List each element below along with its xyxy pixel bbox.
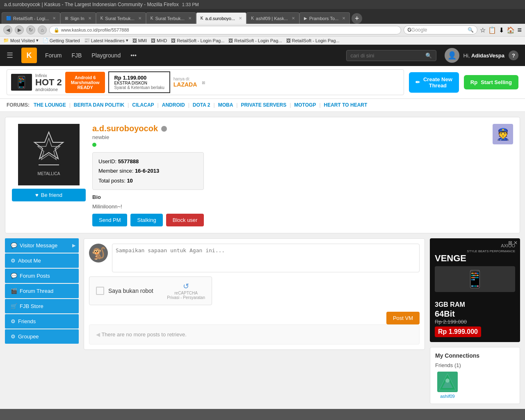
send-pm-button[interactable]: Send PM	[92, 214, 127, 226]
nav-private-servers[interactable]: PRIVATE SERVERS	[241, 102, 286, 108]
mod-emoji: 👮	[496, 128, 510, 141]
tab-3[interactable]: K Surat Terbuk... ✕	[96, 12, 146, 24]
sidebar-tab-visitor-message[interactable]: 💬 Visitor Message ▶	[5, 238, 79, 253]
tab-2[interactable]: ⊞ Sign In ✕	[60, 12, 96, 24]
kaskus-logo[interactable]: K	[21, 48, 37, 63]
nav-dota2[interactable]: DOTA 2	[193, 102, 210, 108]
nav-cilacap[interactable]: CILACAP	[132, 102, 154, 108]
tab-7[interactable]: ▶ Prambors To... ✕	[299, 12, 350, 24]
nav-berita[interactable]: BERITA DAN POLITIK	[74, 102, 124, 108]
tab-1-close[interactable]: ✕	[52, 16, 56, 21]
post-vm-button[interactable]: Post VM	[386, 312, 420, 324]
menu-icon[interactable]: ≡	[517, 26, 522, 34]
android-label: Android 6MarshmallowREADY	[65, 72, 105, 93]
nav-motogp[interactable]: MOTOGP	[294, 102, 316, 108]
address-icon: 🔒	[54, 27, 59, 33]
no-posts-text: There are no more posts to retrieve.	[101, 331, 186, 338]
nav-forum[interactable]: Forum	[45, 52, 62, 59]
bookmark-mhd[interactable]: 🖼 MHD	[151, 38, 167, 43]
tab-2-close[interactable]: ✕	[88, 16, 91, 21]
refresh-button[interactable]: ↻	[26, 25, 35, 34]
browser-search-bar[interactable]: G Google 🔍	[404, 25, 477, 34]
header-search-input[interactable]	[351, 52, 422, 59]
address-bar[interactable]: 🔒 www.kaskus.co.id/profile/5577888	[49, 26, 401, 34]
download-icon[interactable]: ⬇	[499, 26, 504, 34]
home-icon[interactable]: 🏠	[507, 26, 515, 34]
fjb-store-label: FJB Store	[20, 303, 43, 309]
sidebar-tab-about-me[interactable]: ⚙ About Me	[5, 253, 79, 268]
main-nav: Forum FJB Playground •••	[45, 52, 137, 59]
tab-3-close[interactable]: ✕	[138, 16, 142, 21]
nav-moba[interactable]: MOBA	[218, 102, 233, 108]
sidebar-tab-forum-thread[interactable]: 🎬 Forum Thread	[5, 284, 79, 298]
axioo-ad-close[interactable]: ⊠ ✕	[508, 240, 518, 246]
ad-close-banner[interactable]: ⊠	[202, 79, 205, 85]
infinix-sub: androidone	[35, 87, 62, 92]
vm-textarea[interactable]	[112, 244, 420, 272]
nav-android[interactable]: ANDROID	[162, 102, 185, 108]
sidebar-tab-groupee[interactable]: ⚙ Groupee	[5, 329, 79, 344]
bookmark-retailsoft-2[interactable]: 🖼 RetailSoft - Login Pag...	[228, 38, 282, 43]
tab-7-close[interactable]: ✕	[342, 16, 345, 21]
bookmark-latest-headlines[interactable]: 📰 Latest Headlines ▾	[84, 38, 128, 43]
phone-visual: 📱	[435, 266, 515, 292]
bookmark-mmi[interactable]: 🖼 MMI	[132, 38, 147, 43]
tab-1[interactable]: 🟦 RetailSoft - Logi... ✕	[2, 12, 60, 24]
forward-button[interactable]: ▶	[15, 25, 24, 34]
hamburger-menu[interactable]: ☰	[7, 51, 13, 60]
nav-fjb[interactable]: FJB	[71, 52, 82, 59]
friends-count: Friends (1)	[435, 362, 515, 368]
rank-text: newbie	[92, 134, 109, 140]
friend-name[interactable]: ashif09	[440, 394, 454, 399]
sidebar-tab-forum-posts[interactable]: 💬 Forum Posts	[5, 269, 79, 283]
tab-6[interactable]: K ashif09 | Kask... ✕	[247, 12, 299, 24]
user-avatar[interactable]: 👤	[445, 48, 459, 63]
right-ad-section: ⊠ ✕ AXIOO STYLE BEATS PERFORMANCE VENGE …	[430, 238, 520, 404]
new-tab-button[interactable]: +	[352, 13, 362, 24]
search-text: Google	[411, 27, 427, 33]
header-search-box[interactable]: 🔍	[346, 50, 436, 61]
nav-lounge[interactable]: THE LOUNGE	[34, 102, 66, 108]
axioo-ad[interactable]: ⊠ ✕ AXIOO STYLE BEATS PERFORMANCE VENGE …	[430, 238, 520, 342]
bookmark-retailsoft-1[interactable]: 🖼 RetailSoft - Login Pag...	[171, 38, 224, 43]
nav-playground[interactable]: Playground	[91, 52, 121, 59]
bookmark-star-icon[interactable]: ☆	[480, 26, 486, 34]
friend-avatar[interactable]	[437, 372, 458, 392]
home-button[interactable]: ⌂	[38, 25, 47, 34]
tab-5-active[interactable]: K a.d.suroboyo... ✕	[196, 12, 247, 24]
infinix-ad[interactable]: 📱 Infinix HOT 2 androidone Android 6Mars…	[7, 69, 404, 95]
nav-more[interactable]: •••	[130, 52, 137, 59]
tab-6-close[interactable]: ✕	[292, 16, 295, 21]
tab-4[interactable]: K Surat Terbuk... ✕	[146, 12, 196, 24]
tab-4-close[interactable]: ✕	[188, 16, 192, 21]
bookmark-retailsoft-3[interactable]: 🖼 RetailSoft - Login Pag...	[286, 38, 340, 43]
captcha-box[interactable]: Saya bukan robot ↺ reCAPTCHA Privasi - P…	[89, 276, 212, 305]
sidebar-tab-friends[interactable]: ⚙ Friends	[5, 314, 79, 329]
profile-username: a.d.suroboyocok	[92, 124, 204, 133]
nav-heart[interactable]: HEART TO HEART	[324, 102, 368, 108]
recaptcha-brand: reCAPTCHA	[167, 291, 205, 295]
friend-icon	[437, 372, 458, 392]
captcha-checkbox[interactable]	[96, 287, 104, 295]
terms: Syarat & Ketentuan berlaku	[114, 85, 164, 90]
sidebar-tab-fjb-store[interactable]: 🛒 FJB Store	[5, 299, 79, 313]
bookmark-most-visited[interactable]: 📁 Most Visited ▾	[3, 38, 39, 43]
tab-5-close[interactable]: ✕	[239, 16, 242, 21]
bookmark-getting-started[interactable]: 📄 Getting Started	[43, 38, 80, 43]
block-user-button[interactable]: Block user	[166, 214, 204, 226]
history-icon[interactable]: 📋	[488, 26, 496, 34]
help-button[interactable]: ?	[509, 50, 518, 60]
captcha-label: Saya bukan robot	[108, 288, 163, 294]
search-icon: 🔍	[468, 27, 474, 33]
header-search-icon[interactable]: 🔍	[425, 52, 432, 59]
back-button[interactable]: ◀	[3, 25, 12, 34]
create-thread-button[interactable]: ✏ Create NewThread	[409, 72, 459, 93]
profile-card: METALLICA ♥ Be friend a.d.suroboyocok	[5, 117, 520, 233]
tab-3-icon: K	[100, 16, 103, 21]
tab-4-label: Surat Terbuk...	[155, 16, 184, 21]
start-selling-button[interactable]: Rp Start Selling	[464, 75, 518, 89]
no-posts-container: ◀ There are no more posts to retrieve.	[89, 324, 420, 345]
be-friend-button[interactable]: ♥ Be friend	[12, 189, 86, 201]
groupee-icon: ⚙	[11, 333, 16, 340]
stalking-button[interactable]: Stalking	[130, 214, 162, 226]
